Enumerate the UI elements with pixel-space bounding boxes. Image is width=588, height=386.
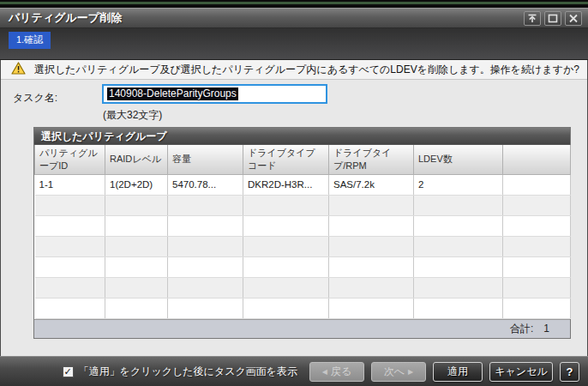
col-header-drive-type-rpm: ドライブタイプ/RPM: [329, 145, 414, 174]
total-value: 1: [543, 323, 549, 335]
cell-capacity: 5470.78...: [168, 174, 243, 195]
empty-table-row: [35, 236, 571, 256]
warning-icon: [1, 62, 26, 77]
collapse-icon: [527, 14, 537, 23]
table-footer: 合計: 1: [34, 319, 570, 338]
cell-raid-level: 1(2D+2D): [105, 174, 168, 195]
help-button[interactable]: ?: [560, 362, 579, 382]
back-button[interactable]: ◀ 戻る: [309, 362, 364, 382]
empty-table-row: [35, 277, 571, 298]
task-screen-checkbox[interactable]: ✓: [63, 366, 74, 377]
warning-message: 選択したパリティグループ及び選択したパリティグループ内にあるすべてのLDEVを削…: [34, 63, 579, 77]
col-header-spacer: [503, 145, 571, 174]
table-row: 1-1 1(2D+2D) 5470.78... DKR2D-H3R... SAS…: [35, 174, 571, 195]
dialog-content: 選択したパリティグループ及び選択したパリティグループ内にあるすべてのLDEVを削…: [0, 60, 588, 356]
empty-table-row: [35, 215, 571, 236]
close-icon: [568, 14, 579, 23]
col-header-parity-group-id: パリティグループID: [35, 145, 105, 174]
empty-table-row: [35, 195, 571, 215]
collapse-window-button[interactable]: [524, 11, 541, 26]
task-name-label: タスク名:: [13, 91, 57, 106]
close-button[interactable]: [565, 11, 582, 26]
page-top-strip: [0, 0, 588, 8]
delete-parity-group-dialog: パリティグループ削除: [0, 0, 588, 386]
window-controls: [524, 11, 582, 26]
warning-bar: 選択したパリティグループ及び選択したパリティグループ内にあるすべてのLDEVを削…: [1, 60, 587, 80]
task-screen-checkbox-label: 「適用」をクリックした後にタスク画面を表示: [79, 365, 297, 379]
col-header-ldev-count: LDEV数: [414, 145, 503, 174]
cell-ldev-count: 2: [414, 174, 503, 195]
cell-parity-group-id: 1-1: [35, 174, 105, 195]
next-button[interactable]: 次へ ▶: [371, 362, 426, 382]
col-header-drive-type-code: ドライブタイプコード: [243, 145, 329, 174]
task-name-value: 140908-DeleteParityGroups: [107, 87, 238, 100]
empty-table-row: [35, 298, 571, 318]
col-header-raid-level: RAIDレベル: [105, 145, 168, 174]
table-title: 選択したパリティグループ: [34, 128, 570, 145]
col-header-capacity: 容量: [168, 145, 243, 174]
cell-drive-type-code: DKR2D-H3R...: [243, 174, 329, 195]
maximize-icon: [548, 14, 558, 23]
task-name-hint: (最大32文字): [103, 108, 162, 123]
table-header-row: パリティグループID RAIDレベル 容量 ドライブタイプコード ドライブタイプ…: [35, 145, 571, 174]
empty-table-row: [35, 256, 571, 277]
show-task-screen-option: ✓ 「適用」をクリックした後にタスク画面を表示: [63, 365, 297, 379]
selected-parity-groups-table: 選択したパリティグループ パリティグループID RAIDレベル 容量 ドライブタ…: [33, 127, 571, 339]
wizard-step-strip: 1.確認: [0, 28, 588, 60]
total-label: 合計:: [510, 322, 533, 336]
dialog-title-bar: パリティグループ削除: [0, 8, 588, 28]
task-name-input[interactable]: 140908-DeleteParityGroups: [102, 84, 327, 104]
dialog-title: パリティグループ削除: [9, 10, 122, 26]
page-accent-line: [0, 2, 588, 4]
dialog-footer-bar: ✓ 「適用」をクリックした後にタスク画面を表示 ◀ 戻る 次へ ▶ 適用 キャン…: [0, 356, 588, 386]
apply-button[interactable]: 適用: [433, 362, 483, 382]
maximize-button[interactable]: [544, 11, 561, 26]
cancel-button[interactable]: キャンセル: [489, 362, 553, 382]
back-arrow-icon: ◀: [322, 368, 327, 376]
back-button-label: 戻る: [331, 365, 351, 379]
next-arrow-icon: ▶: [408, 368, 413, 376]
next-button-label: 次へ: [384, 365, 405, 379]
cell-drive-type-rpm: SAS/7.2k: [329, 174, 414, 195]
cell-spacer: [503, 174, 571, 195]
tab-step-confirm[interactable]: 1.確認: [9, 32, 51, 49]
